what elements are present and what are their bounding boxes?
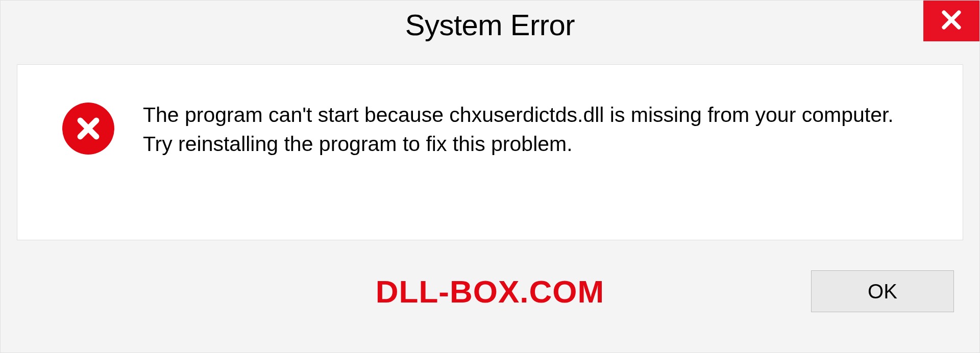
watermark-text: DLL-BOX.COM (376, 273, 604, 310)
error-dialog: System Error The program can't start bec… (0, 0, 980, 353)
error-icon (62, 103, 114, 155)
close-button[interactable] (923, 1, 979, 41)
titlebar: System Error (1, 1, 979, 64)
close-icon (940, 9, 963, 33)
error-message: The program can't start because chxuserd… (143, 100, 914, 159)
dialog-title: System Error (405, 8, 575, 42)
footer: DLL-BOX.COM OK (1, 240, 979, 342)
ok-button[interactable]: OK (811, 270, 954, 312)
content-area: The program can't start because chxuserd… (17, 64, 963, 240)
